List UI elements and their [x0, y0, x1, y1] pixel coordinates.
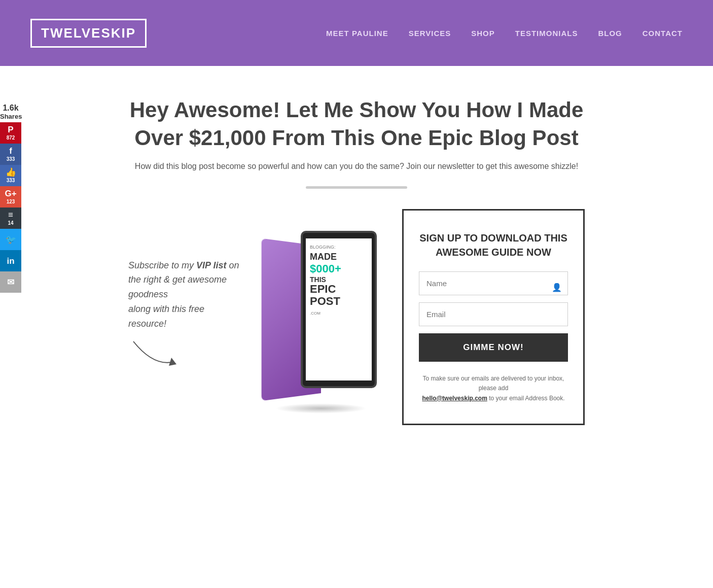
nav-blog[interactable]: BLOG [598, 29, 622, 38]
main-nav: MEET PAULINE SERVICES SHOP TESTIMONIALS … [326, 29, 683, 38]
buffer-button[interactable]: ≡ 14 [0, 207, 21, 229]
email-input[interactable] [419, 302, 568, 326]
signup-email-link[interactable]: hello@twelveskip.com [422, 395, 487, 402]
page-subtitle: How did this blog post become so powerfu… [41, 162, 672, 171]
facebook-icon: f [9, 147, 12, 155]
buffer-icon: ≡ [8, 211, 13, 219]
content-area: Subscribe to my VIP list on the right & … [41, 209, 672, 425]
divider [306, 186, 407, 189]
submit-button[interactable]: GIMME NOW! [419, 333, 568, 362]
nav-testimonials[interactable]: TESTIMONIALS [515, 29, 578, 38]
tablet-image: BLOGGING: MADE $000+ THIS EPIC POST .COM [260, 231, 382, 403]
nav-shop[interactable]: SHOP [471, 29, 495, 38]
googleplus-button[interactable]: G+ 123 [0, 186, 21, 207]
name-input[interactable] [419, 271, 568, 295]
site-header: TWELVESKIP MEET PAULINE SERVICES SHOP TE… [0, 0, 713, 66]
signup-note: To make sure our emails are delivered to… [419, 374, 568, 403]
email-share-button[interactable]: ✉ [0, 271, 21, 293]
like-button[interactable]: 👍 333 [0, 165, 21, 186]
page-title: Hey Awesome! Let Me Show You How I Made … [41, 96, 672, 152]
social-sidebar: 1.6k Shares P 872 f 333 👍 333 G+ 123 ≡ 1… [0, 101, 21, 293]
like-icon: 👍 [6, 168, 16, 177]
twitter-button[interactable]: 🐦 [0, 229, 21, 250]
tablet-shadow [275, 403, 367, 413]
pinterest-button[interactable]: P 872 [0, 122, 21, 144]
shares-count: 1.6k Shares [0, 101, 21, 122]
nav-meet-pauline[interactable]: MEET PAULINE [326, 29, 388, 38]
email-icon: ✉ [7, 278, 14, 287]
person-icon: 👤 [552, 282, 562, 292]
nav-contact[interactable]: CONTACT [643, 29, 683, 38]
svg-marker-0 [169, 358, 176, 366]
left-text-block: Subscribe to my VIP list on the right & … [128, 258, 240, 376]
linkedin-button[interactable]: in [0, 250, 21, 271]
nav-services[interactable]: SERVICES [409, 29, 451, 38]
signup-form-box: SIGN UP TO DOWNLOAD THIS AWESOME GUIDE N… [402, 209, 585, 425]
facebook-button[interactable]: f 333 [0, 144, 21, 165]
site-logo[interactable]: TWELVESKIP [30, 19, 147, 48]
pinterest-icon: P [8, 125, 13, 134]
tablet-screen: BLOGGING: MADE $000+ THIS EPIC POST .COM [301, 231, 377, 388]
main-content: Hey Awesome! Let Me Show You How I Made … [0, 66, 713, 456]
name-field-wrap: 👤 [419, 271, 568, 302]
linkedin-icon: in [7, 257, 14, 265]
twitter-icon: 🐦 [6, 235, 16, 244]
googleplus-icon: G+ [5, 189, 16, 198]
arrow-decoration [128, 336, 240, 376]
signup-title: SIGN UP TO DOWNLOAD THIS AWESOME GUIDE N… [419, 231, 568, 259]
